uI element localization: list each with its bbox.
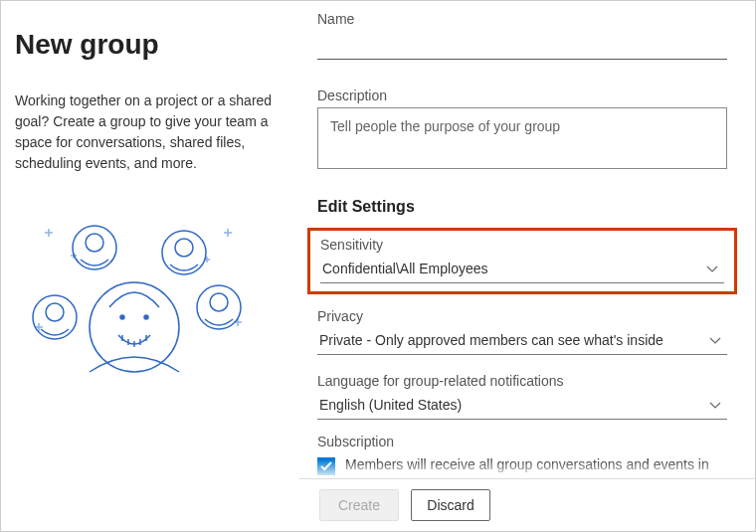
name-label: Name — [317, 11, 727, 27]
sensitivity-highlight: Sensitivity — [307, 228, 737, 294]
subscription-checkbox[interactable] — [317, 457, 335, 475]
language-select[interactable] — [317, 393, 727, 420]
svg-point-0 — [73, 226, 116, 269]
svg-point-6 — [197, 285, 241, 329]
sensitivity-select[interactable] — [320, 257, 724, 283]
footer-bar: Create Discard — [299, 478, 755, 531]
sensitivity-label: Sensitivity — [320, 237, 724, 253]
svg-point-3 — [175, 239, 193, 257]
check-icon — [320, 461, 332, 471]
intro-panel: New group Working together on a project … — [1, 1, 299, 531]
people-illustration — [15, 198, 264, 397]
page-title: New group — [15, 29, 276, 61]
subscription-label: Subscription — [317, 434, 727, 449]
svg-point-4 — [33, 295, 77, 339]
svg-point-5 — [46, 303, 64, 321]
privacy-select[interactable] — [317, 328, 727, 355]
description-label: Description — [317, 88, 727, 103]
svg-point-2 — [162, 231, 206, 274]
language-label: Language for group-related notifications — [317, 373, 727, 389]
discard-button[interactable]: Discard — [411, 489, 490, 521]
svg-point-9 — [120, 315, 124, 319]
svg-point-10 — [144, 315, 148, 319]
svg-point-7 — [210, 293, 228, 311]
create-button[interactable]: Create — [319, 489, 399, 521]
svg-point-8 — [90, 282, 179, 372]
edit-settings-heading: Edit Settings — [317, 198, 727, 216]
name-input[interactable] — [317, 31, 727, 60]
description-input[interactable] — [317, 107, 727, 169]
intro-description: Working together on a project or a share… — [15, 90, 276, 174]
svg-point-1 — [86, 234, 103, 252]
form-panel: Name Description Edit Settings Sensitivi… — [299, 1, 755, 531]
privacy-label: Privacy — [317, 308, 727, 324]
